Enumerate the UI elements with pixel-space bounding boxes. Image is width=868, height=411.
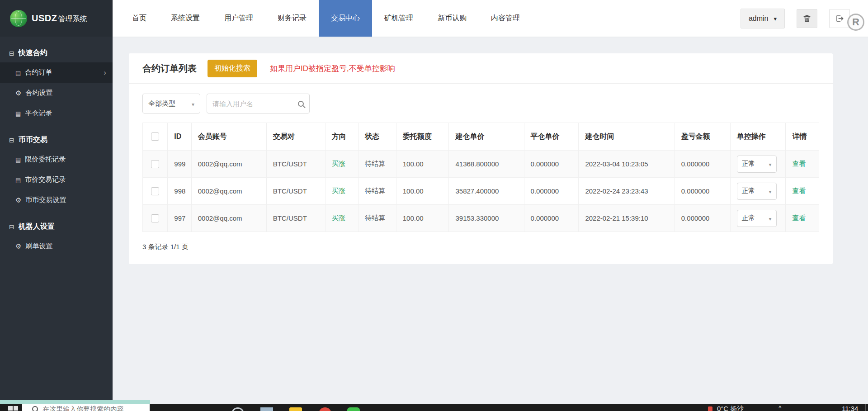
search-icon[interactable] xyxy=(298,101,304,107)
col-header-open-price: 建仓单价 xyxy=(449,123,524,151)
table-row: 998 0002@qq.com BTC/USDT 买涨 待结算 100.00 3… xyxy=(143,178,819,205)
tab-home[interactable]: 首页 xyxy=(120,0,159,37)
page-title: 合约订单列表 xyxy=(142,62,197,75)
type-filter-value: 全部类型 xyxy=(148,99,175,108)
sidebar-item-limit-order-records[interactable]: 限价委托记录 xyxy=(0,149,113,170)
cell-quota: 100.00 xyxy=(396,178,449,205)
tab-content-management[interactable]: 内容管理 xyxy=(479,0,532,37)
table-header-row: ID 会员账号 交易对 方向 状态 委托额度 建仓单价 平仓单价 建仓时间 盈亏… xyxy=(143,123,819,151)
brand: USDZ管理系统 xyxy=(0,0,113,37)
sidebar-item-label: 平仓记录 xyxy=(25,109,52,118)
section-icon xyxy=(9,223,14,231)
col-header-pair: 交易对 xyxy=(266,123,325,151)
cell-quota: 100.00 xyxy=(396,205,449,232)
row-checkbox[interactable] xyxy=(151,214,159,222)
tab-miner-management[interactable]: 矿机管理 xyxy=(372,0,425,37)
sidebar-item-market-trade-records[interactable]: 市价交易记录 xyxy=(0,170,113,190)
sidebar-item-label: 刷单设置 xyxy=(25,242,52,250)
col-header-close-price: 平仓单价 xyxy=(524,123,579,151)
section-icon xyxy=(9,136,14,144)
cell-pnl: 0.000000 xyxy=(675,151,730,178)
view-detail-link[interactable]: 查看 xyxy=(792,160,806,167)
weather-alert-icon xyxy=(708,406,712,411)
chevron-down-icon xyxy=(769,214,772,222)
chat-app-icon[interactable] xyxy=(347,407,360,411)
cell-pnl: 0.000000 xyxy=(675,205,730,232)
sidebar-section-title-label: 机器人设置 xyxy=(19,222,55,231)
teal-strip xyxy=(0,400,150,404)
taskbar-app-icon[interactable] xyxy=(231,407,244,411)
chevron-down-icon xyxy=(769,187,772,195)
sidebar-section-title: 快速合约 xyxy=(0,44,113,62)
tab-user-management[interactable]: 用户管理 xyxy=(212,0,265,37)
tab-trade-center[interactable]: 交易中心 xyxy=(319,0,372,37)
list-icon xyxy=(15,109,21,117)
taskbar-app-icon[interactable] xyxy=(260,407,273,411)
cell-direction: 买涨 xyxy=(332,214,345,222)
topnav: 首页 系统设置 用户管理 财务记录 交易中心 矿机管理 新币认购 内容管理 xyxy=(120,0,532,37)
col-header-pnl: 盈亏金额 xyxy=(675,123,730,151)
row-checkbox[interactable] xyxy=(151,160,159,168)
tray-expand-icon[interactable]: ^ xyxy=(778,405,782,411)
control-select[interactable]: 正常 xyxy=(737,210,777,227)
sidebar-item-label: 市价交易记录 xyxy=(25,175,66,184)
show-desktop-divider[interactable] xyxy=(865,404,866,411)
cell-id: 999 xyxy=(168,151,191,178)
sidebar-item-brush-order-settings[interactable]: 刷单设置 xyxy=(0,236,113,256)
col-header-open-time: 建仓时间 xyxy=(579,123,675,151)
tab-finance-records[interactable]: 财务记录 xyxy=(265,0,319,37)
taskbar-clock[interactable]: 11:34 xyxy=(842,405,858,411)
browser-icon[interactable] xyxy=(319,407,331,411)
windows-start-icon[interactable] xyxy=(8,406,18,411)
tab-system-settings[interactable]: 系统设置 xyxy=(159,0,212,37)
control-select[interactable]: 正常 xyxy=(737,183,777,200)
admin-label: admin xyxy=(749,14,769,23)
gear-icon xyxy=(15,89,21,97)
init-search-button[interactable]: 初始化搜索 xyxy=(208,60,257,77)
col-header-id: ID xyxy=(168,123,191,151)
file-explorer-icon[interactable] xyxy=(289,407,302,411)
cell-close-price: 0.000000 xyxy=(524,178,579,205)
trash-icon xyxy=(802,14,811,23)
contract-orders-card: 合约订单列表 初始化搜索 如果用户ID被指定盈亏,不受单控影响 全部类型 xyxy=(129,53,833,264)
row-checkbox[interactable] xyxy=(151,187,159,195)
cell-open-price: 39153.330000 xyxy=(449,205,524,232)
cell-pair: BTC/USDT xyxy=(266,151,325,178)
list-icon xyxy=(15,69,21,76)
trash-button[interactable] xyxy=(797,9,817,28)
col-header-control: 单控操作 xyxy=(730,123,786,151)
sidebar-item-contract-orders[interactable]: 合约订单 › xyxy=(0,62,113,83)
sidebar-item-close-records[interactable]: 平仓记录 xyxy=(0,103,113,123)
filter-row: 全部类型 xyxy=(142,94,819,113)
section-icon xyxy=(9,49,14,57)
username-search-box xyxy=(207,94,310,113)
col-header-direction: 方向 xyxy=(325,123,358,151)
taskbar-weather[interactable]: 0°C 扬沙 xyxy=(717,405,744,411)
cell-pair: BTC/USDT xyxy=(266,205,325,232)
cell-account: 0002@qq.com xyxy=(191,151,266,178)
gear-icon xyxy=(15,196,21,204)
taskbar-search-input[interactable] xyxy=(42,405,142,411)
col-header-account: 会员账号 xyxy=(191,123,266,151)
chevron-down-icon xyxy=(769,160,772,168)
card-header: 合约订单列表 初始化搜索 如果用户ID被指定盈亏,不受单控影响 xyxy=(142,53,819,83)
username-search-input[interactable] xyxy=(212,100,298,108)
cell-account: 0002@qq.com xyxy=(191,205,266,232)
cell-id: 998 xyxy=(168,178,191,205)
brand-suffix-text: 管理系统 xyxy=(58,15,87,23)
type-filter-select[interactable]: 全部类型 xyxy=(142,94,200,113)
view-detail-link[interactable]: 查看 xyxy=(792,187,806,194)
cell-close-price: 0.000000 xyxy=(524,151,579,178)
tab-new-coin-subscription[interactable]: 新币认购 xyxy=(425,0,479,37)
select-all-checkbox[interactable] xyxy=(151,132,159,141)
table-row: 997 0002@qq.com BTC/USDT 买涨 待结算 100.00 3… xyxy=(143,205,819,232)
control-select[interactable]: 正常 xyxy=(737,156,777,173)
sidebar-item-contract-settings[interactable]: 合约设置 xyxy=(0,83,113,103)
sidebar-item-coin-trade-settings[interactable]: 币币交易设置 xyxy=(0,190,113,210)
view-detail-link[interactable]: 查看 xyxy=(792,214,806,222)
cell-status: 待结算 xyxy=(359,205,396,232)
logout-button[interactable] xyxy=(829,9,850,28)
admin-dropdown-button[interactable]: admin xyxy=(741,9,785,28)
taskbar-search-box[interactable] xyxy=(22,404,150,411)
sidebar-item-label: 限价委托记录 xyxy=(25,155,66,164)
